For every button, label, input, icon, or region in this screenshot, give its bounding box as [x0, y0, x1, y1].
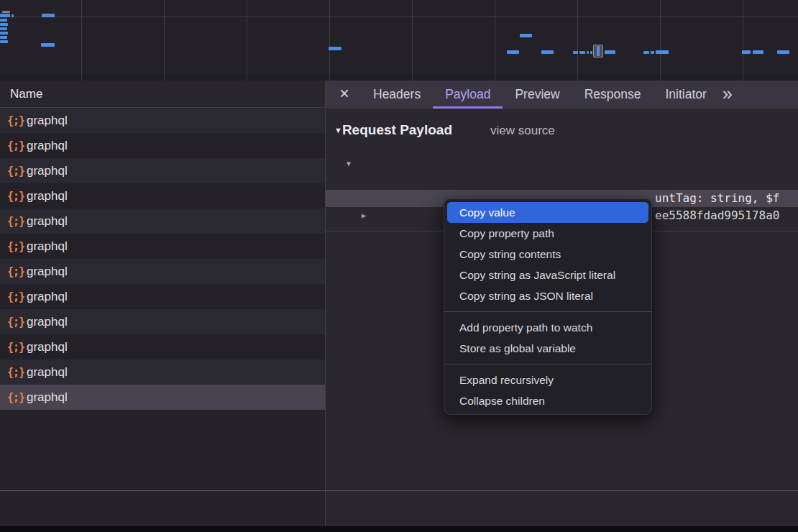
menu-item-store-as-global-variable[interactable]: Store as global variable: [444, 338, 651, 359]
menu-group: Copy valueCopy property pathCopy string …: [444, 202, 651, 306]
request-name: graphql: [27, 390, 68, 405]
timeline-bottom-strip: [0, 74, 798, 81]
request-name: graphql: [27, 239, 68, 254]
waterfall-bar: [42, 14, 55, 17]
menu-item-copy-property-path[interactable]: Copy property path: [444, 223, 651, 244]
json-request-icon: {;}: [7, 341, 27, 354]
detail-tabs: HeadersPayloadPreviewResponseInitiator: [361, 81, 719, 109]
tab-headers[interactable]: Headers: [361, 81, 433, 109]
waterfall-bar: [590, 51, 592, 54]
network-overview-timeline[interactable]: [0, 0, 798, 81]
waterfall-bar: [329, 47, 341, 50]
request-name: graphql: [27, 265, 68, 279]
section-title: Request Payload: [342, 122, 452, 137]
table-row[interactable]: {;}graphql: [0, 359, 325, 385]
waterfall-bar: [541, 50, 554, 54]
json-request-icon: {;}: [7, 391, 27, 404]
request-name: graphql: [27, 365, 68, 380]
json-request-icon: {;}: [7, 290, 27, 303]
table-row[interactable]: {;}graphql: [0, 284, 325, 309]
waterfall-bar: [742, 50, 751, 54]
request-name: graphql: [27, 315, 68, 329]
selected-request-marker-bar: [597, 46, 600, 56]
waterfall-bar: [0, 14, 10, 17]
table-row[interactable]: {;}graphql: [0, 183, 325, 208]
timeline-gridline: [247, 0, 247, 81]
waterfall-bar: [12, 14, 14, 17]
waterfall-bar: [507, 50, 519, 54]
request-name: graphql: [27, 214, 68, 229]
collapsed-triangle-icon[interactable]: ▶: [362, 207, 366, 224]
menu-item-copy-string-as-json-literal[interactable]: Copy string as JSON literal: [444, 285, 651, 306]
timeline-gridline: [577, 0, 578, 81]
waterfall-bar: [0, 32, 8, 35]
table-row[interactable]: {;}graphql: [0, 158, 325, 183]
waterfall-bar: [573, 51, 578, 54]
menu-item-copy-value[interactable]: Copy value: [447, 202, 648, 223]
waterfall-bar: [651, 51, 654, 54]
table-row[interactable]: {;}graphql: [0, 208, 325, 234]
menu-item-add-property-path-to-watch[interactable]: Add property path to watch: [444, 317, 651, 338]
request-name: graphql: [27, 114, 68, 128]
table-row[interactable]: {;}graphql: [0, 309, 325, 334]
property-value-right: ee5588fdad995178a0: [655, 207, 779, 224]
name-column-header[interactable]: Name: [0, 81, 325, 108]
tab-preview[interactable]: Preview: [503, 81, 572, 109]
waterfall-bar: [0, 23, 8, 26]
waterfall-bar: [656, 50, 669, 54]
request-payload-header: ▼Request Payloadview source: [334, 120, 798, 139]
timeline-horizontal-line: [0, 17, 798, 17]
view-source-link[interactable]: view source: [490, 124, 555, 137]
json-request-icon: {;}: [7, 114, 27, 127]
timeline-gridline: [164, 0, 165, 81]
tab-payload[interactable]: Payload: [433, 81, 503, 109]
json-request-icon: {;}: [7, 215, 27, 228]
more-tabs-icon[interactable]: »: [723, 81, 733, 109]
table-row[interactable]: {;}graphql: [0, 334, 325, 359]
devtools-network-panel: Name {;}graphql{;}graphql{;}graphql{;}gr…: [0, 0, 798, 532]
table-row[interactable]: {;}graphql: [0, 234, 325, 259]
waterfall-bar: [605, 50, 615, 54]
request-name: graphql: [27, 340, 68, 354]
request-rows: {;}graphql{;}graphql{;}graphql{;}graphql…: [0, 108, 325, 410]
menu-item-copy-string-contents[interactable]: Copy string contents: [444, 244, 651, 265]
timeline-gridline: [81, 0, 82, 81]
close-icon[interactable]: ×: [337, 81, 352, 109]
tab-response[interactable]: Response: [572, 81, 653, 109]
menu-item-collapse-children[interactable]: Collapse children: [444, 390, 651, 411]
tab-initiator[interactable]: Initiator: [653, 81, 718, 109]
table-row[interactable]: {;}graphql: [0, 259, 325, 284]
summary-divider: [0, 490, 798, 491]
waterfall-bar: [753, 50, 763, 54]
waterfall-bar: [0, 27, 7, 30]
table-row[interactable]: {;}graphql: [0, 133, 325, 158]
property-value-right: untTag: string, $f: [655, 190, 779, 207]
request-name: graphql: [27, 164, 68, 178]
request-name: graphql: [27, 290, 68, 304]
timeline-gridline: [743, 0, 743, 81]
waterfall-bar: [587, 51, 589, 54]
waterfall-bar: [41, 43, 55, 47]
waterfall-bar: [777, 50, 789, 54]
name-column-label: Name: [10, 87, 42, 101]
requests-table: Name {;}graphql{;}graphql{;}graphql{;}gr…: [0, 81, 326, 526]
expanded-triangle-icon: ▼: [347, 155, 351, 173]
waterfall-bar: [520, 34, 532, 37]
timeline-gridline: [495, 0, 495, 81]
payload-row-operation-name[interactable]: operationName: "ipFlowTimeseries": [326, 173, 798, 190]
json-request-icon: {;}: [7, 240, 27, 253]
request-name: graphql: [27, 139, 68, 153]
waterfall-bar: [643, 51, 649, 54]
detail-tab-bar: × HeadersPayloadPreviewResponseInitiator…: [326, 81, 798, 109]
table-row[interactable]: {;}graphql: [0, 108, 325, 133]
waterfall-bar: [0, 40, 8, 43]
table-row[interactable]: {;}graphql: [0, 385, 325, 410]
menu-item-expand-recursively[interactable]: Expand recursively: [444, 370, 651, 390]
timeline-gridline: [329, 0, 330, 81]
section-collapse-triangle-icon[interactable]: ▼: [334, 126, 342, 134]
waterfall-bar: [0, 36, 7, 39]
json-request-icon: {;}: [7, 190, 27, 203]
menu-item-copy-string-as-javascript-literal[interactable]: Copy string as JavaScript literal: [444, 265, 651, 285]
payload-preview-row[interactable]: ▼{operationName: "ipFlowTimeseries", var…: [326, 155, 798, 173]
json-request-icon: {;}: [7, 366, 27, 379]
